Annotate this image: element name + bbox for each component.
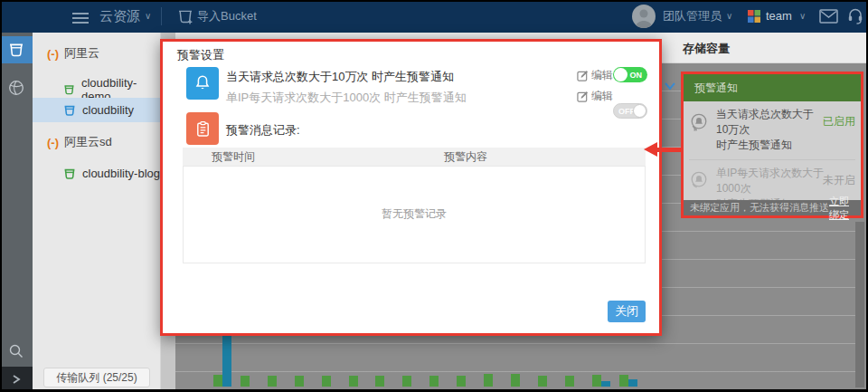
toggle-knob [633,104,646,118]
bar-green [349,376,358,387]
sidebar-item-buckets[interactable] [0,36,33,63]
search-icon[interactable] [8,343,24,363]
edit-pencil-icon [577,91,589,102]
bucket-icon [8,42,24,58]
avatar[interactable] [632,5,656,28]
chevron-down-icon[interactable]: ∨ [145,0,151,33]
bar-green [322,376,331,387]
bucket-name: cloudbility-blog [82,167,160,180]
cloud-group-row[interactable]: (-) 阿里云sd [47,134,112,150]
cloud-group-row[interactable]: (-) 阿里云 [47,45,99,62]
record-clipboard-icon [186,112,219,145]
scrollbar[interactable] [855,222,864,387]
records-label: 预警消息记录: [226,122,300,139]
collapse-group-icon: (-) [47,47,59,61]
chevron-down-icon[interactable]: ∨ [799,0,806,33]
bell-icon [186,67,219,100]
chevron-down-icon[interactable]: ∨ [726,0,732,33]
toggle-knob [614,68,627,81]
bar-green [375,376,384,387]
bar-green [484,374,493,387]
bucket-list-panel: (-) 阿里云 cloudbility-demo cloudbility (-)… [33,33,161,392]
notice-item: 当天请求总次数大于10万次 时产生预警通知 [716,107,825,153]
chevron-right-icon [12,374,21,385]
bucket-row-selected[interactable]: cloudbility [33,98,161,122]
bar-green [511,374,520,387]
collapse-group-icon: (-) [47,136,59,149]
column-header-content: 预警内容 [286,148,646,166]
alert-records-table: 预警时间 预警内容 暂无预警记录 [183,148,646,263]
alert-notice-panel: 预警通知 当天请求总次数大于10万次 时产生预警通知 已启用 单IP每天请求次数… [681,72,863,218]
divider [161,7,162,25]
hamburger-menu-icon[interactable] [72,10,89,26]
column-header-time: 预警时间 [183,148,284,166]
storage-capacity-title: 存储容量 [683,41,730,57]
bucket-icon [63,167,76,180]
annotation-arrow [656,148,682,152]
icon-sidebar [0,33,33,392]
bar-green [565,376,574,387]
close-button[interactable]: 关闭 [608,301,646,322]
bucket-icon [63,83,75,96]
group-label: 阿里云sd [64,134,112,150]
bell-sync-icon [689,112,709,136]
table-header: 预警时间 预警内容 [183,148,646,166]
sidebar-item-cdn[interactable] [7,79,25,100]
empty-state-text: 暂无预警记录 [184,206,645,222]
top-navigation-bar: 云资源 ∨ 导入Bucket 团队管理员 ∨ team ∨ [0,0,868,33]
bind-warning-text: 未绑定应用，无法获得消息推送 [690,201,829,215]
alert-rule-text: 单IP每天请求次数大于1000次 时产生预警通知 [226,90,467,106]
bucket-row[interactable]: cloudbility-blog [63,167,160,180]
collapse-sidebar-button[interactable] [0,367,33,392]
bar-teal [601,381,610,387]
annotation-arrow-head [644,142,657,157]
team-dropdown[interactable]: team [766,0,792,33]
bar-green [457,376,466,387]
status-badge-disabled: 未开启 [823,173,855,188]
bucket-icon [63,104,76,117]
mail-icon[interactable] [819,9,838,27]
toggle-off[interactable]: OFF [613,103,647,119]
transfer-queue-button[interactable]: 传输队列 (25/25) [43,368,150,387]
user-role-dropdown[interactable]: 团队管理员 [663,0,722,33]
bar-green [592,375,601,387]
bind-app-footer: 未绑定应用，无法获得消息推送 立即绑定 [684,200,861,215]
globe-icon [7,79,25,97]
status-badge-enabled: 已启用 [823,114,855,129]
nav-title[interactable]: 云资源 [99,0,140,33]
group-label: 阿里云 [64,45,99,62]
bar-green [268,376,277,387]
toggle-on[interactable]: ON [613,67,647,82]
notice-panel-title: 预警通知 [684,74,861,101]
bar-teal [628,379,637,387]
alert-rule-text: 当天请求总次数大于10万次 时产生预警通知 [226,69,454,85]
team-logo-icon [748,10,760,26]
import-bucket-button[interactable]: 导入Bucket [197,0,257,33]
bar-green [402,376,411,387]
bar-green [619,375,628,387]
import-bucket-icon [177,8,193,28]
dialog-title: 预警设置 [177,47,224,63]
edit-button[interactable]: 编辑 [577,68,613,83]
divider [689,159,855,160]
bar-green [241,376,250,387]
bar-green [295,376,304,387]
bar-green [213,375,222,387]
bind-now-link[interactable]: 立即绑定 [829,195,854,222]
support-headset-icon[interactable] [847,7,863,28]
bucket-name: cloudbility [82,103,134,117]
bell-sync-icon [689,170,709,194]
alert-settings-dialog: 预警设置 当天请求总次数大于10万次 时产生预警通知 编辑 ON 单IP每天请求… [160,39,662,336]
bar-green [429,376,439,387]
bar-green [538,376,547,387]
table-body: 暂无预警记录 [183,166,646,263]
edit-pencil-icon [577,70,589,81]
edit-button[interactable]: 编辑 [577,89,613,104]
app-window: 存储容量 预警通知 当天请求总次数大于10万次 时产生预警通知 已启用 单IP每… [0,0,868,392]
chevron-down-icon[interactable] [664,79,676,95]
